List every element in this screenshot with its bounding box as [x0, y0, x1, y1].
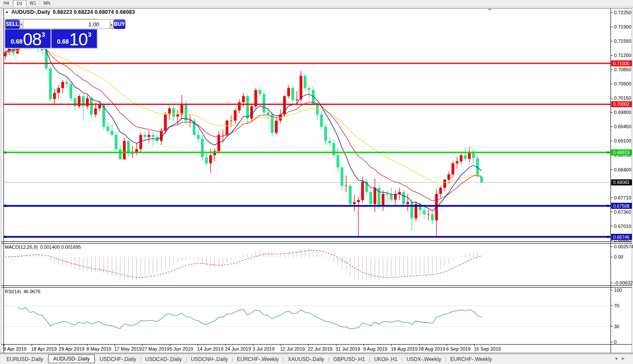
one-click-trade-panel: SELL ▼ ▲ BUY 0.68 08 3 0.68 10 3 [4, 19, 98, 49]
scroll-to-end-icon[interactable] [487, 8, 492, 11]
tab-scroll-arrows[interactable]: ◄► [614, 356, 629, 361]
trading-terminal-window: 0.722500.719000.715500.712000.708500.705… [0, 0, 633, 364]
candle-body [246, 96, 249, 119]
line-handle[interactable] [4, 151, 6, 153]
candle-body [324, 127, 327, 141]
date-axis-label: 9 Apr 2019 [3, 346, 26, 351]
candle-body [152, 135, 154, 137]
symbol-tab-usdcnh-daily[interactable]: USDCNH-,Daily [187, 355, 232, 363]
date-axis-label: 22 Jul 2019 [308, 346, 332, 351]
symbol-tab-eurusd-daily[interactable]: EURUSD-,Daily [3, 355, 47, 363]
collapse-triangle-icon[interactable]: ▲ [5, 10, 9, 14]
buy-button[interactable]: BUY [114, 19, 125, 29]
symbol-tab-usdx-weekly[interactable]: USDX-,Weekly [403, 355, 445, 363]
timeframe-button-mn[interactable]: MN [40, 0, 54, 7]
price-level-label: 0.67508 [613, 203, 630, 209]
candle-body [209, 155, 212, 163]
price-axis-tick-label: 0.70150 [614, 95, 631, 101]
candle-body [180, 104, 183, 115]
line-handle[interactable] [607, 205, 609, 207]
symbol-tab-eurchf-weekly[interactable]: EURCHF-,Weekly [446, 355, 496, 363]
ma-fast-line [5, 43, 482, 211]
price-axis-tick-label: 0.71200 [614, 53, 631, 58]
sell-button[interactable]: SELL [5, 19, 19, 29]
symbol-tab-xauusd-daily[interactable]: XAUUSD-,Daily [284, 355, 328, 363]
candle-body [423, 210, 425, 214]
candle-body [295, 99, 298, 100]
ohlc-values: 0.68223 0.68224 0.68074 0.68083 [53, 9, 135, 15]
tab-scroll-left-icon[interactable]: ◄ [614, 356, 621, 361]
rsi-name: RSI(14) [5, 289, 21, 294]
line-handle[interactable] [607, 236, 609, 238]
chevron-down-icon: ▼ [20, 23, 23, 26]
candle-body [262, 94, 265, 112]
rsi-axis-tick-label: 0 [614, 339, 617, 345]
sell-price-pipette: 3 [42, 31, 45, 38]
price-axis-tick-label: 0.71550 [614, 38, 631, 44]
macd-axis-tick-label: -0.006326 [614, 280, 633, 285]
timeframe-button-w1[interactable]: W1 [26, 0, 40, 7]
candle-body [94, 108, 97, 114]
candle-body [102, 104, 105, 127]
ma-mid-line [5, 46, 482, 201]
line-handle[interactable] [4, 236, 6, 238]
symbol-tab-audusd-daily[interactable]: AUDUSD-,Daily [48, 355, 95, 363]
candle-body [176, 114, 179, 117]
candle-body [61, 82, 64, 88]
date-axis-label: 12 Jul 2019 [280, 346, 305, 351]
date-axis-label: 9 Aug 2019 [363, 346, 387, 351]
candle-body [341, 168, 343, 186]
candle-body [300, 76, 302, 100]
candle-body [147, 135, 150, 137]
line-handle[interactable] [4, 205, 6, 207]
candle-body [111, 131, 113, 135]
candle-body [164, 114, 166, 131]
candle-body [406, 202, 409, 204]
date-axis-label: 31 Jul 2019 [336, 346, 360, 351]
candle-body [349, 186, 352, 204]
timeframe-button-h4[interactable]: H4 [0, 0, 13, 7]
rsi-axis-tick-label: 70 [614, 303, 619, 308]
volume-input[interactable] [23, 19, 110, 29]
candle-body [127, 141, 130, 153]
price-axis-tick-label: 0.71900 [614, 24, 631, 29]
price-axis-tick-label: 0.70850 [614, 67, 631, 72]
price-level-label: 0.68819 [613, 150, 630, 155]
buy-price-panel[interactable]: 0.68 10 3 [51, 29, 97, 48]
symbol-tab-usdcad-daily[interactable]: USDCAD-,Daily [141, 355, 186, 363]
candle-body [374, 188, 376, 204]
chart-title: ▲ AUDUSD-,Daily 0.68223 0.68224 0.68074 … [5, 9, 135, 15]
line-handle[interactable] [607, 151, 609, 153]
symbol-tab-ukoil-h1[interactable]: UKOil-,H1 [370, 355, 401, 363]
candle-body [480, 177, 483, 182]
candle-body [221, 135, 224, 135]
symbol-tab-usdchf-daily[interactable]: USDCHF-,Daily [96, 355, 140, 363]
candle-body [4, 53, 6, 56]
symbol-tab-gbpusd-h1[interactable]: GBPUSD-,H1 [329, 355, 369, 363]
macd-indicator-label: MACD(12,26,9) 0.001400 0.001695 [5, 244, 81, 250]
candle-body [234, 111, 237, 121]
date-axis-label: 8 May 2019 [86, 346, 111, 351]
candle-body [86, 98, 89, 106]
candle-body [70, 84, 72, 98]
candle-body [172, 108, 175, 117]
candle-body [361, 182, 364, 200]
candle-body [65, 82, 68, 84]
timeframe-button-d1[interactable]: D1 [13, 0, 26, 7]
sell-price-panel[interactable]: 0.68 08 3 [5, 29, 51, 48]
candle-body [230, 120, 232, 121]
symbol-tab-eurchf-weekly[interactable]: EURCHF-,Weekly [233, 355, 282, 363]
price-axis-tick-label: 0.69800 [614, 110, 631, 115]
volume-decrease-button[interactable]: ▼ [19, 19, 23, 29]
tab-scroll-right-icon[interactable]: ► [621, 356, 629, 361]
candle-body [448, 174, 450, 180]
candle-body [456, 161, 458, 164]
rsi-line [18, 307, 482, 329]
volume-increase-button[interactable]: ▲ [110, 19, 114, 29]
candle-body [197, 135, 199, 139]
candle-body [472, 153, 475, 158]
macd-axis-tick-label: 0.00 [614, 254, 623, 260]
candle-body [238, 102, 240, 111]
price-axis-tick-label: 0.70500 [614, 81, 631, 86]
candle-body [464, 155, 467, 158]
